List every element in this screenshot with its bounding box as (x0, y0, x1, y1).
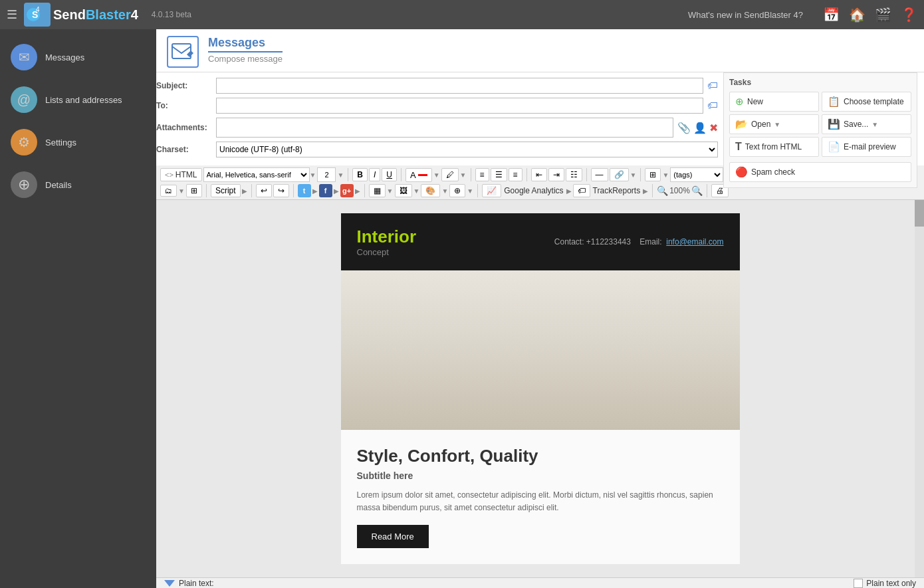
scrollbar-thumb[interactable] (915, 200, 924, 227)
template-arrow: ▼ (178, 187, 185, 195)
chart-button[interactable]: 📈 (482, 184, 501, 197)
to-tag-icon[interactable]: 🏷 (707, 100, 718, 112)
help-icon[interactable]: ❓ (901, 7, 917, 23)
track-arrow: ▶ (643, 187, 648, 195)
align-left-button[interactable]: ≡ (475, 168, 489, 181)
redo-button[interactable]: ↪ (273, 184, 289, 197)
task-preview-label: E-mail preview (844, 142, 896, 151)
link-arrow: ▼ (630, 171, 637, 179)
task-choose-template-label: Choose template (844, 97, 904, 106)
sidebar-label-messages: Messages (45, 52, 84, 62)
plain-text-section: Plain text: (164, 579, 214, 588)
undo-button[interactable]: ↩ (256, 184, 272, 197)
highlight-button[interactable]: 🖊 (441, 168, 459, 181)
plain-text-expand-icon[interactable] (164, 580, 175, 587)
bold-button[interactable]: B (352, 168, 368, 181)
task-text-html-label: Text from HTML (745, 142, 802, 151)
link-button[interactable]: 🔗 (610, 168, 629, 181)
font-color-button[interactable]: A (405, 168, 432, 182)
hr-button[interactable]: — (591, 168, 608, 181)
task-open-button[interactable]: 📂 Open ▼ (729, 114, 819, 134)
brand-sub: Concept (357, 247, 417, 257)
task-new-button[interactable]: ⊕ New (729, 92, 819, 112)
read-more-button[interactable]: Read More (357, 525, 429, 548)
bottom-bar: Plain text: Plain text only (156, 577, 924, 588)
google-arrow: ▶ (355, 187, 360, 195)
font-color-arrow: ▼ (433, 171, 440, 179)
whats-new-link[interactable]: What's new in SendBlaster 4? (688, 10, 803, 20)
charset-row: Charset: Unicode (UTF-8) (utf-8) (156, 142, 718, 157)
email-preview-area[interactable]: Interior Concept Contact: +112233443 Ema… (156, 200, 924, 577)
open-icon: 📂 (735, 118, 748, 130)
indent-increase-button[interactable]: ⇥ (548, 168, 564, 181)
italic-button[interactable]: I (369, 168, 380, 181)
attachments-row: Attachments: 📎 👤 ✖ (156, 118, 718, 138)
indent-decrease-button[interactable]: ⇤ (531, 168, 547, 181)
contact-email-link[interactable]: info@email.com (666, 237, 723, 246)
plain-text-only-label: Plain text only (866, 579, 916, 588)
charset-select[interactable]: Unicode (UTF-8) (utf-8) (216, 142, 718, 157)
tag-select[interactable]: (tags) (670, 167, 723, 182)
contact-phone: Contact: +112233443 (554, 237, 631, 246)
hero-image (341, 270, 740, 430)
zoom-in-icon[interactable]: 🔍 (691, 185, 703, 196)
remove-attachment-icon[interactable]: ✖ (709, 122, 718, 134)
highlight-arrow: ▼ (460, 171, 467, 179)
home-icon[interactable]: 🏠 (849, 7, 866, 23)
attachments-input[interactable] (216, 118, 673, 138)
font-size-input[interactable] (317, 167, 336, 182)
to-row: To: 🏷 (156, 98, 718, 114)
logo: S 4 SendBlaster4 (24, 3, 138, 27)
to-label: To: (156, 101, 216, 110)
film-icon[interactable]: 🎬 (875, 7, 891, 23)
facebook-share-button[interactable]: f (319, 184, 332, 197)
widget-button[interactable]: ⊕ (449, 184, 465, 197)
task-email-preview-button[interactable]: 📄 E-mail preview (822, 137, 911, 157)
track-icon[interactable]: 🏷 (573, 184, 590, 197)
task-text-from-html-button[interactable]: T Text from HTML (729, 137, 819, 157)
font-select[interactable]: Arial, Helvetica, sans-serif (203, 167, 310, 182)
subject-tag-icon[interactable]: 🏷 (707, 80, 718, 92)
attachments-label: Attachments: (156, 123, 216, 132)
align-right-button[interactable]: ≡ (509, 168, 522, 181)
calendar-icon[interactable]: 📅 (823, 7, 840, 23)
page-header: Messages Compose message (156, 29, 924, 72)
contact-icon[interactable]: 👤 (693, 122, 707, 134)
sidebar-label-settings: Settings (45, 138, 76, 147)
sep-r2-2 (251, 184, 252, 197)
color-button[interactable]: 🎨 (421, 184, 440, 197)
sep-r2-4 (364, 184, 365, 197)
script-button[interactable]: Script (211, 184, 241, 197)
paperclip-icon[interactable]: 📎 (677, 122, 691, 134)
zoom-out-icon[interactable]: 🔍 (657, 185, 668, 196)
bullets-button[interactable]: ☷ (566, 168, 582, 181)
task-save-button[interactable]: 💾 Save... ▼ (822, 114, 911, 134)
plain-text-only-checkbox[interactable] (854, 579, 863, 588)
attachment-icons: 📎 👤 ✖ (677, 122, 718, 134)
html-mode-button[interactable]: <> HTML (160, 168, 202, 181)
twitter-share-button[interactable]: t (298, 184, 311, 197)
underline-button[interactable]: U (382, 168, 397, 181)
subject-input[interactable] (216, 78, 703, 94)
sidebar-item-messages[interactable]: ✉ Messages (0, 36, 156, 78)
module-button[interactable]: ⊞ (186, 184, 202, 197)
sidebar-item-details[interactable]: ⊕ Details (0, 163, 156, 206)
sidebar-item-lists[interactable]: @ Lists and addresses (0, 78, 156, 121)
task-choose-template-button[interactable]: 📋 Choose template (822, 92, 911, 112)
to-input[interactable] (216, 98, 703, 114)
template-button[interactable]: 🗂 (160, 185, 177, 197)
align-center-button[interactable]: ☰ (491, 168, 507, 181)
sidebar-item-settings[interactable]: ⚙ Settings (0, 121, 156, 163)
table-button[interactable]: ⊞ (645, 168, 661, 181)
room-background (341, 270, 740, 430)
script-arrow: ▶ (242, 187, 247, 195)
menu-button[interactable]: ☰ (7, 7, 17, 22)
editor-scrollbar[interactable] (915, 200, 924, 577)
layout-button[interactable]: ▦ (369, 184, 386, 197)
separator-1 (348, 168, 348, 181)
task-spam-check-button[interactable]: 🔴 Spam check (729, 162, 911, 182)
google-share-button[interactable]: g+ (340, 184, 354, 197)
sep-r2-5 (477, 184, 478, 197)
image-button[interactable]: 🖼 (395, 184, 412, 197)
header-text: Messages Compose message (208, 36, 283, 64)
